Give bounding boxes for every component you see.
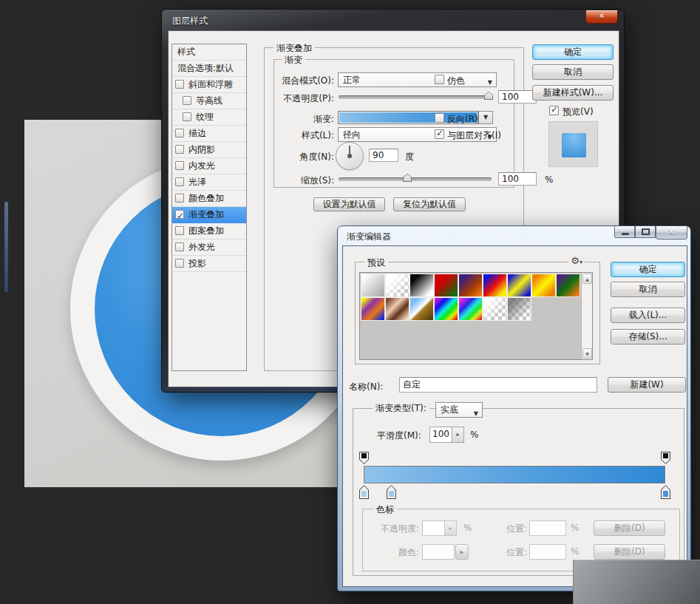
close-icon: ✕ — [599, 12, 605, 20]
angle-dial[interactable] — [336, 142, 364, 170]
gradient-preset-violet-to-orange[interactable] — [458, 274, 483, 297]
spinner-arrow-icon[interactable]: ▸ — [452, 427, 464, 443]
minimize-button[interactable] — [614, 226, 635, 238]
sidebar-item-7[interactable]: ✓内发光 — [172, 158, 246, 174]
gradient-type-select[interactable]: 实底 ▼ — [435, 402, 483, 418]
effect-checkbox[interactable]: ✓ — [175, 194, 184, 203]
gradient-picker-dropdown-button[interactable]: ▼ — [478, 111, 493, 124]
sidebar-item-2[interactable]: ✓斜面和浮雕 — [172, 77, 246, 93]
opacity-stop-100[interactable] — [661, 452, 670, 464]
effect-checkbox[interactable]: ✓ — [175, 259, 184, 268]
scroll-up-button[interactable]: ▲ — [582, 274, 592, 284]
sidebar-item-11[interactable]: ✓图案叠加 — [172, 223, 246, 240]
effect-checkbox[interactable]: ✓ — [175, 80, 184, 89]
ok-button[interactable]: 确定 — [611, 262, 685, 277]
dither-checkbox[interactable]: ✓ — [435, 75, 444, 84]
make-default-button[interactable]: 设置为默认值 — [313, 197, 385, 211]
gradient-preset-transparent-rainbow[interactable] — [458, 297, 483, 321]
effect-checkbox[interactable]: ✓ — [175, 226, 184, 235]
sidebar-item-4[interactable]: ✓纹理 — [172, 109, 246, 126]
presets-menu-button[interactable]: ⚙▾ — [568, 255, 585, 266]
effect-checkbox[interactable]: ✓ — [183, 96, 191, 105]
color-stop-9[interactable] — [387, 485, 396, 499]
stop-opacity-position-label: 位置: — [506, 523, 527, 535]
name-input[interactable]: 自定 — [399, 377, 597, 393]
gradient-preset-black-to-white[interactable] — [410, 274, 434, 297]
scale-slider-track[interactable] — [339, 177, 492, 181]
gradient-edit-bar[interactable] — [364, 466, 665, 483]
blend-mode-value: 正常 — [343, 75, 361, 85]
gradient-preset-purple-green-gold[interactable] — [556, 274, 580, 297]
gradient-preset-foreground-to-background[interactable] — [361, 274, 385, 297]
cancel-button[interactable]: 取消 — [611, 282, 685, 297]
sidebar-item-13[interactable]: ✓投影 — [172, 256, 246, 272]
gradient-preset-neutral-density[interactable] — [507, 297, 531, 321]
effect-checkbox[interactable]: ✓ — [175, 242, 184, 251]
close-button[interactable]: ✕ — [656, 226, 687, 240]
smoothness-label: 平滑度(M): — [377, 430, 421, 442]
stop-opacity-position-unit: % — [571, 523, 579, 533]
effect-checkbox[interactable]: ✓ — [175, 210, 184, 219]
gradient-preset-red-to-green[interactable] — [434, 274, 458, 297]
preset-scrollbar[interactable]: ▲ ▼ — [581, 273, 592, 359]
align-with-layer-label: 与图层对齐(I) — [447, 129, 501, 142]
new-style-button[interactable]: 新建样式(W)... — [532, 85, 614, 101]
photoshop-workspace: 图层样式 ✕ 样式混合选项:默认✓斜面和浮雕✓等高线✓纹理✓描边✓内阴影✓内发光… — [0, 0, 700, 604]
sidebar-item-5[interactable]: ✓描边 — [172, 126, 246, 142]
style-preview-swatch — [548, 121, 598, 167]
effect-checkbox[interactable]: ✓ — [175, 129, 184, 138]
gradient-preset-blue-yellow-blue[interactable] — [507, 274, 531, 297]
opacity-slider-track[interactable] — [339, 95, 492, 99]
style-preview-thumbnail — [562, 133, 586, 157]
scale-input[interactable]: 100 — [498, 172, 537, 186]
stop-color-position-input — [529, 544, 566, 560]
sidebar-item-0[interactable]: 样式 — [172, 44, 246, 61]
chevron-down-icon: ▼ — [483, 114, 488, 121]
load-button[interactable]: 载入(L)... — [611, 308, 685, 323]
sidebar-item-12[interactable]: ✓外发光 — [172, 240, 246, 256]
gradient-preset-foreground-to-transparent[interactable] — [385, 274, 410, 297]
gradient-preset-chrome[interactable] — [410, 297, 434, 321]
gradient-preset-copper[interactable] — [385, 297, 410, 321]
close-button[interactable]: ✕ — [585, 10, 618, 24]
effect-checkbox[interactable]: ✓ — [175, 177, 184, 186]
reverse-checkbox[interactable]: ✓ — [435, 113, 444, 123]
sidebar-item-6[interactable]: ✓内阴影 — [172, 142, 246, 158]
sidebar-item-9[interactable]: ✓颜色叠加 — [172, 191, 246, 207]
color-stop-0[interactable] — [359, 485, 369, 499]
smoothness-value[interactable]: 100 — [429, 427, 452, 443]
save-button[interactable]: 存储(S)... — [611, 329, 685, 345]
reset-default-button[interactable]: 复位为默认值 — [393, 197, 466, 211]
blend-mode-select[interactable]: 正常 ▼ — [338, 72, 497, 87]
sidebar-item-label: 等高线 — [196, 93, 222, 109]
ok-button[interactable]: 确定 — [532, 44, 614, 60]
color-stop-100[interactable] — [661, 485, 670, 499]
gradient-preset-orange-yellow-orange[interactable] — [531, 274, 556, 297]
sidebar-item-label: 投影 — [188, 256, 206, 271]
stop-opacity-unit: % — [463, 523, 472, 533]
new-gradient-button[interactable]: 新建(W) — [608, 377, 686, 393]
gradient-preset-blue-red-yellow[interactable] — [483, 274, 507, 297]
angle-input[interactable]: 90 — [369, 149, 398, 162]
sidebar-item-1[interactable]: 混合选项:默认 — [172, 61, 246, 77]
opacity-stop-0[interactable] — [359, 452, 369, 464]
scroll-down-button[interactable]: ▼ — [582, 348, 592, 359]
sidebar-item-label: 图案叠加 — [188, 223, 224, 239]
gradient-preset-transparent-stripes[interactable] — [483, 297, 507, 321]
sidebar-item-3[interactable]: ✓等高线 — [172, 93, 246, 109]
align-with-layer-checkbox[interactable]: ✓ — [435, 129, 444, 139]
sidebar-item-8[interactable]: ✓光泽 — [172, 174, 246, 191]
smoothness-spinner[interactable]: 100 ▸ — [429, 427, 464, 443]
minimize-icon — [622, 233, 629, 235]
preview-checkbox[interactable]: ✓ — [549, 106, 559, 115]
sidebar-item-label: 混合选项:默认 — [177, 61, 234, 76]
gradient-preset-spectrum[interactable] — [434, 297, 458, 321]
cancel-button[interactable]: 取消 — [532, 64, 614, 80]
gradient-preset-yellow-violet-orange-blue[interactable] — [361, 297, 385, 321]
effect-checkbox[interactable]: ✓ — [175, 145, 184, 154]
maximize-button[interactable] — [635, 226, 656, 238]
opacity-input[interactable]: 100 — [498, 90, 537, 104]
effect-checkbox[interactable]: ✓ — [183, 112, 191, 121]
sidebar-item-10[interactable]: ✓渐变叠加 — [172, 207, 246, 223]
effect-checkbox[interactable]: ✓ — [175, 161, 184, 170]
